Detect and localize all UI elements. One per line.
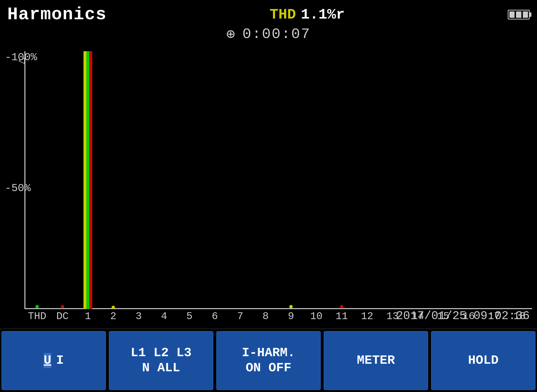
timer-value: 0:00:07 — [242, 26, 311, 42]
battery-cell — [516, 11, 521, 18]
harmonic-h13 — [380, 51, 405, 309]
dot-cell-dc — [50, 305, 75, 308]
x-label-8: 8 — [253, 311, 278, 322]
toolbar: U I L1 L2 L3 N ALL I-HARM. ON OFF METER … — [0, 329, 537, 392]
timer-icon: ⊕ — [226, 25, 235, 43]
btn-u-label: U — [44, 353, 51, 368]
btn-u-i-row: U I — [44, 353, 64, 368]
x-label-THD: THD — [24, 311, 50, 322]
btn-i-harm[interactable]: I-HARM. ON OFF — [216, 331, 321, 390]
thd-value: 1.1%r — [301, 6, 345, 23]
battery-cell — [523, 11, 528, 18]
y-axis-arrow: ◁ — [18, 54, 25, 67]
x-label-5: 5 — [177, 311, 202, 322]
btn-hold-label: HOLD — [468, 353, 499, 368]
dot-11-red — [340, 305, 343, 308]
chart-container: -100% ◁ -50% — [5, 51, 532, 324]
harmonic-h4 — [151, 51, 177, 309]
bar-red-h1 — [89, 51, 92, 309]
x-label-7: 7 — [227, 311, 253, 322]
btn-hold[interactable]: HOLD — [431, 331, 536, 390]
x-label-11: 11 — [329, 311, 354, 322]
dot-row — [24, 304, 532, 309]
harmonic-dc — [50, 51, 75, 309]
bar-yellow-h1 — [83, 51, 86, 309]
btn-i-label: I — [56, 353, 64, 368]
x-label-6: 6 — [202, 311, 227, 322]
x-label-2: 2 — [101, 311, 126, 322]
dot-dc-red — [61, 305, 64, 308]
harmonic-h11 — [329, 51, 354, 309]
page-title: Harmonics — [7, 5, 107, 25]
x-label-9: 9 — [278, 311, 304, 322]
x-label-12: 12 — [354, 311, 380, 322]
x-label-DC: DC — [50, 311, 75, 322]
dot-cell-9 — [278, 305, 304, 308]
harmonic-h5 — [177, 51, 202, 309]
datetime-display: 2017/01/25 09:02:36 — [396, 309, 530, 323]
harmonic-h6 — [202, 51, 227, 309]
thd-display: THD 1.1%r — [269, 6, 345, 23]
harmonic-h12 — [354, 51, 380, 309]
harmonic-h14 — [405, 51, 431, 309]
dot-thd-green — [35, 305, 39, 308]
harmonic-h7 — [227, 51, 253, 309]
battery-cell — [509, 11, 515, 18]
timer-row: ⊕ 0:00:07 — [0, 24, 537, 44]
harmonic-thd — [24, 51, 50, 309]
chart-area: -100% ◁ -50% — [0, 46, 537, 324]
btn-l1l2l3-line2: N ALL — [142, 361, 180, 376]
harmonic-h2 — [101, 51, 126, 309]
bars-container — [24, 51, 532, 309]
harmonic-h8 — [253, 51, 278, 309]
btn-iharm-line1: I-HARM. — [242, 345, 295, 361]
x-label-1: 1 — [75, 311, 101, 322]
battery-icon — [508, 10, 530, 20]
harmonic-h9 — [278, 51, 304, 309]
btn-l1-l2-l3[interactable]: L1 L2 L3 N ALL — [109, 331, 213, 390]
btn-l1l2l3-line1: L1 L2 L3 — [131, 345, 192, 361]
harmonic-h16 — [456, 51, 481, 309]
dot-cell-11 — [329, 305, 354, 308]
harmonic-h1 — [75, 51, 101, 309]
harmonic-h3 — [126, 51, 151, 309]
harmonic-h18 — [507, 51, 532, 309]
x-label-4: 4 — [151, 311, 177, 322]
btn-meter-label: METER — [357, 353, 395, 368]
x-label-10: 10 — [304, 311, 329, 322]
x-label-3: 3 — [126, 311, 151, 322]
dot-9-yellow — [289, 305, 293, 308]
btn-meter[interactable]: METER — [324, 331, 428, 390]
dot-cell-thd — [24, 305, 50, 308]
harmonic-h17 — [481, 51, 507, 309]
thd-label: THD — [269, 6, 296, 23]
harmonic-h15 — [431, 51, 456, 309]
btn-iharm-line2: ON OFF — [246, 361, 291, 376]
harmonic-h10 — [304, 51, 329, 309]
btn-u-i[interactable]: U I — [1, 331, 106, 390]
bar-green-h1 — [86, 51, 89, 309]
